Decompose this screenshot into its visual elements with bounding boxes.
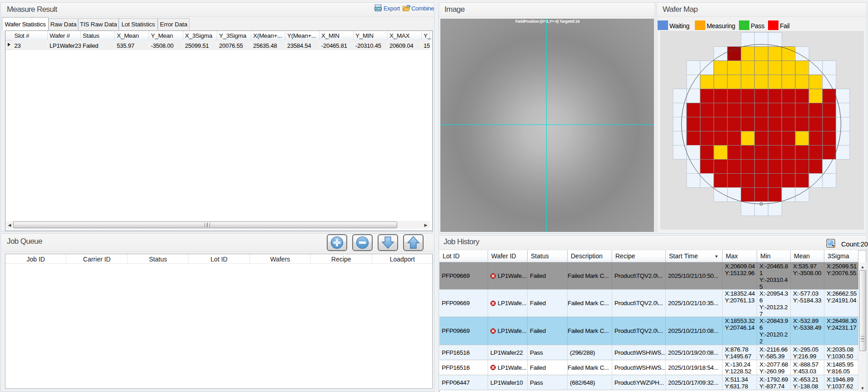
svg-text:CSV: CSV bbox=[375, 7, 381, 10]
